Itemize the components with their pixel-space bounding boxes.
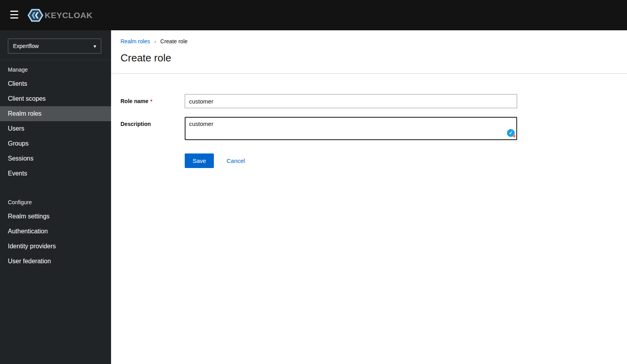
breadcrumb-separator-icon: › [154, 39, 156, 44]
brand-wordmark: KEYCLOAK [45, 11, 93, 20]
realm-selector-value: Expertflow [13, 43, 39, 49]
role-name-row: Role name* [121, 94, 618, 108]
breadcrumb-realm-roles-link[interactable]: Realm roles [121, 38, 150, 44]
chevron-down-icon: ▾ [93, 44, 96, 49]
cancel-link[interactable]: Cancel [226, 157, 245, 164]
page-header: Realm roles › Create role Create role [111, 30, 627, 74]
nav-section-configure: Configure Realm settings Authentication … [0, 193, 111, 269]
sidebar-item-identity-providers[interactable]: Identity providers [0, 239, 111, 254]
sidebar-nav: Manage Clients Client scopes Realm roles… [0, 60, 111, 269]
sidebar-item-realm-roles[interactable]: Realm roles [0, 106, 111, 121]
breadcrumb-current: Create role [160, 38, 187, 44]
role-name-input[interactable] [185, 94, 517, 108]
description-field-container: customer ✓ [185, 117, 517, 140]
role-name-label: Role name* [121, 94, 185, 108]
layout: Expertflow ▾ Manage Clients Client scope… [0, 30, 627, 364]
sidebar-item-clients[interactable]: Clients [0, 76, 111, 91]
required-asterisk: * [150, 98, 152, 104]
nav-section-configure-title: Configure [0, 193, 111, 209]
sidebar-item-realm-settings[interactable]: Realm settings [0, 209, 111, 224]
nav-section-manage-title: Manage [0, 60, 111, 76]
hamburger-menu-button[interactable]: ☰ [6, 8, 22, 22]
check-icon: ✓ [509, 130, 513, 136]
sidebar: Expertflow ▾ Manage Clients Client scope… [0, 30, 111, 364]
hamburger-icon: ☰ [9, 9, 19, 21]
sidebar-item-user-federation[interactable]: User federation [0, 254, 111, 269]
sidebar-item-sessions[interactable]: Sessions [0, 151, 111, 166]
nav-section-manage: Manage Clients Client scopes Realm roles… [0, 60, 111, 181]
breadcrumb: Realm roles › Create role [121, 38, 618, 44]
sidebar-item-users[interactable]: Users [0, 121, 111, 136]
keycloak-logo-icon [28, 8, 43, 23]
sidebar-item-events[interactable]: Events [0, 166, 111, 181]
brand[interactable]: KEYCLOAK [28, 8, 93, 23]
page-title: Create role [121, 52, 618, 64]
form-actions: Save Cancel [185, 153, 618, 168]
realm-selector-container: Expertflow ▾ [0, 30, 111, 60]
description-label: Description [121, 117, 185, 140]
sidebar-item-groups[interactable]: Groups [0, 136, 111, 151]
save-button[interactable]: Save [185, 153, 214, 168]
create-role-form: Role name* Description customer ✓ [111, 74, 627, 168]
top-bar: ☰ KEYCLOAK [0, 0, 627, 30]
app-root: ☰ KEYCLOAK Expertflow ▾ Manage [0, 0, 627, 364]
main-content: Realm roles › Create role Create role Ro… [111, 30, 627, 364]
grammar-check-icon[interactable]: ✓ [507, 129, 515, 137]
description-row: Description customer ✓ [121, 117, 618, 140]
sidebar-item-client-scopes[interactable]: Client scopes [0, 91, 111, 106]
description-textarea[interactable]: customer [185, 117, 517, 140]
sidebar-item-authentication[interactable]: Authentication [0, 224, 111, 239]
realm-selector[interactable]: Expertflow ▾ [8, 39, 101, 54]
